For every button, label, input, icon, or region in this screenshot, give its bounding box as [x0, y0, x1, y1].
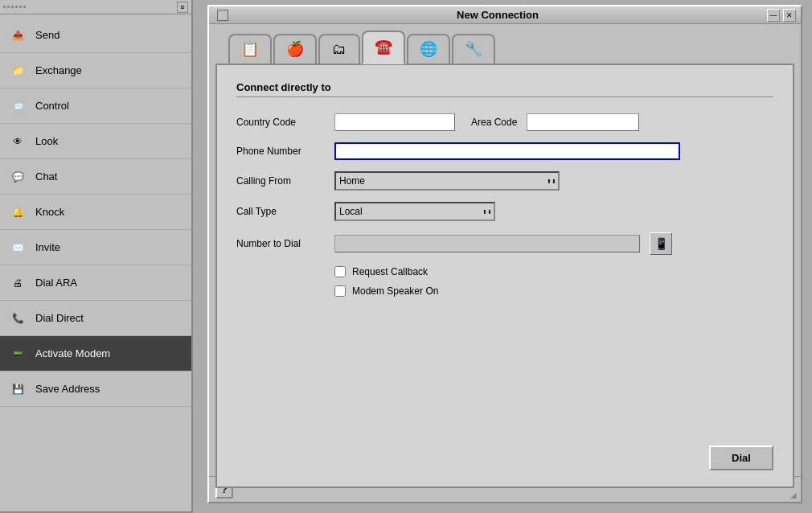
window-title: New Connection: [228, 9, 767, 21]
sidebar-label-invite: Invite: [35, 241, 60, 253]
window-close-button[interactable]: ✕: [783, 9, 796, 22]
number-to-dial-row: Number to Dial 📱: [236, 232, 773, 255]
sidebar: ≡ 📤Send📁Exchange📨Control👁Look💬Chat🔔Knock…: [0, 0, 193, 513]
tab-list-icon: 📋: [241, 40, 259, 58]
sidebar-item-invite[interactable]: ✉️Invite: [0, 230, 191, 265]
sidebar-items-list: 📤Send📁Exchange📨Control👁Look💬Chat🔔Knock✉️…: [0, 14, 191, 410]
sidebar-icon-activate-modem: 📟: [6, 343, 29, 365]
tab-globe[interactable]: 🌐: [407, 34, 450, 64]
sidebar-item-send[interactable]: 📤Send: [0, 18, 191, 53]
sidebar-icon-exchange: 📁: [6, 60, 29, 82]
sidebar-label-exchange: Exchange: [35, 64, 82, 76]
sidebar-icon-look: 👁: [6, 130, 29, 153]
request-callback-label: Request Callback: [352, 266, 428, 277]
tab-apple-icon: 🍎: [286, 40, 304, 58]
sidebar-titlebar: ≡: [0, 0, 191, 14]
phone-small-icon: 📱: [654, 237, 668, 250]
request-callback-checkbox[interactable]: [334, 266, 346, 277]
sidebar-item-dial-ara[interactable]: 🖨Dial ARA: [0, 265, 191, 301]
resize-corner[interactable]: ◢: [788, 489, 799, 500]
number-to-dial-input[interactable]: [334, 235, 640, 252]
area-code-label: Area Code: [471, 117, 517, 128]
sidebar-icon-chat: 💬: [6, 166, 29, 188]
sidebar-item-look[interactable]: 👁Look: [0, 124, 191, 159]
sidebar-label-control: Control: [35, 100, 69, 112]
sidebar-item-chat[interactable]: 💬Chat: [0, 159, 191, 195]
call-type-row: Call Type Local Long Distance Internatio…: [236, 202, 773, 221]
call-type-select[interactable]: Local Long Distance International: [334, 202, 495, 221]
sidebar-icon-dial-ara: 🖨: [6, 272, 29, 294]
modem-speaker-label: Modem Speaker On: [352, 285, 438, 297]
sidebar-item-activate-modem[interactable]: 📟Activate Modem: [0, 336, 191, 371]
dial-button[interactable]: Dial: [709, 445, 773, 470]
tab-tools-icon: 🗂: [332, 41, 347, 58]
country-code-label: Country Code: [236, 117, 325, 128]
sidebar-resize-handle[interactable]: ≡: [177, 2, 188, 13]
section-title: Connect directly to: [236, 81, 773, 97]
tab-globe-icon: 🌐: [420, 40, 437, 58]
phone-number-input[interactable]: [334, 142, 680, 160]
area-code-input[interactable]: [527, 113, 639, 131]
window-zoom-button[interactable]: —: [767, 9, 780, 22]
tab-bar: 📋 🍎 🗂 ☎️ 🌐 🔧: [215, 31, 794, 64]
sidebar-item-dial-direct[interactable]: 📞Dial Direct: [0, 301, 191, 336]
calling-from-label: Calling From: [236, 175, 325, 187]
sidebar-label-activate-modem: Activate Modem: [35, 347, 110, 359]
sidebar-label-send: Send: [35, 29, 59, 41]
tab-content-phone: Connect directly to Country Code Area Co…: [215, 64, 794, 488]
number-to-dial-label: Number to Dial: [236, 238, 325, 249]
sidebar-item-knock[interactable]: 🔔Knock: [0, 195, 191, 230]
sidebar-label-knock: Knock: [35, 206, 64, 218]
tab-tools[interactable]: 🗂: [318, 34, 360, 64]
calling-from-select-wrapper: Home Office Mobile Other: [334, 171, 560, 191]
call-type-label: Call Type: [236, 206, 325, 217]
sidebar-label-save-address: Save Address: [35, 383, 100, 395]
country-area-row: Country Code Area Code: [236, 113, 773, 131]
request-callback-row: Request Callback: [334, 266, 773, 277]
sidebar-item-control[interactable]: 📨Control: [0, 88, 191, 124]
tab-phone[interactable]: ☎️: [362, 31, 405, 64]
sidebar-label-dial-direct: Dial Direct: [35, 312, 84, 324]
sidebar-title-dots: [3, 6, 84, 8]
tab-wrench[interactable]: 🔧: [452, 34, 495, 64]
tab-list[interactable]: 📋: [228, 34, 272, 64]
sidebar-label-look: Look: [35, 135, 58, 147]
phone-number-row: Phone Number: [236, 142, 773, 160]
tab-apple[interactable]: 🍎: [273, 34, 317, 64]
sidebar-icon-knock: 🔔: [6, 201, 29, 224]
window-controls: — ✕: [767, 9, 796, 22]
window-collapse-button[interactable]: [217, 10, 228, 21]
sidebar-item-exchange[interactable]: 📁Exchange: [0, 53, 191, 88]
sidebar-icon-invite: ✉️: [6, 236, 29, 259]
call-type-select-wrapper: Local Long Distance International: [334, 202, 495, 221]
calling-from-select[interactable]: Home Office Mobile Other: [334, 171, 560, 191]
sidebar-icon-send: 📤: [6, 24, 29, 47]
window-body: 📋 🍎 🗂 ☎️ 🌐 🔧 Connect directly to: [209, 24, 801, 502]
phone-number-label: Phone Number: [236, 146, 325, 157]
sidebar-icon-dial-direct: 📞: [6, 307, 29, 330]
sidebar-label-chat: Chat: [35, 170, 57, 183]
window-titlebar: New Connection — ✕: [209, 6, 801, 24]
tab-wrench-icon: 🔧: [465, 40, 482, 58]
sidebar-icon-save-address: 💾: [6, 378, 29, 400]
calling-from-row: Calling From Home Office Mobile Other: [236, 171, 773, 191]
modem-speaker-row: Modem Speaker On: [334, 285, 773, 297]
sidebar-label-dial-ara: Dial ARA: [35, 277, 77, 289]
number-to-dial-icon-button[interactable]: 📱: [650, 232, 672, 255]
modem-speaker-checkbox[interactable]: [334, 285, 346, 297]
tab-phone-icon: ☎️: [375, 38, 392, 55]
sidebar-icon-control: 📨: [6, 95, 29, 117]
country-code-input[interactable]: [334, 113, 455, 131]
main-window: New Connection — ✕ 📋 🍎 🗂 ☎️ 🌐 🔧: [207, 5, 802, 503]
sidebar-item-save-address[interactable]: 💾Save Address: [0, 371, 191, 407]
